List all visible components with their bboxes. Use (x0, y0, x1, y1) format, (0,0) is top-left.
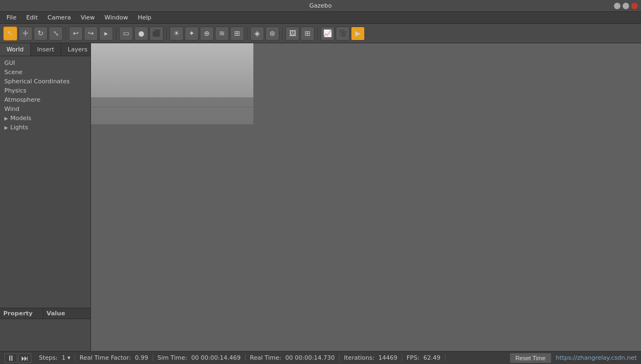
sim-time-value: 00 00:00:14.469 (191, 354, 240, 361)
tree-item-atmosphere-label: Atmosphere (4, 96, 41, 103)
show-joints-button[interactable]: ⊛ (265, 27, 279, 41)
real-time-value: 00 00:00:14.730 (285, 354, 335, 361)
url-display: https://zhangrelay.csdn.net (556, 354, 637, 361)
screenshot-button[interactable]: 🖼 (285, 27, 299, 41)
show-contacts-button[interactable]: ◈ (250, 27, 264, 41)
dir-light-button[interactable]: ⊕ (200, 27, 214, 41)
fog-button[interactable]: ≋ (215, 27, 229, 41)
iterations-label: Iterations: (344, 354, 374, 361)
steps-dropdown[interactable]: ▾ (67, 354, 70, 361)
graph-button[interactable]: 📈 (320, 27, 335, 41)
menu-window[interactable]: Window (100, 13, 132, 22)
menu-help[interactable]: Help (133, 13, 155, 22)
tree-item-physics-label: Physics (4, 87, 27, 94)
translate-tool-button[interactable]: ✛ (18, 27, 32, 41)
rotate-tool-button[interactable]: ↻ (34, 27, 48, 41)
rtf-display: Real Time Factor: 0.99 (75, 354, 153, 361)
tree-item-lights-label: Lights (10, 124, 28, 131)
separator-6 (317, 28, 318, 39)
titlebar: Gazebo (0, 0, 641, 12)
tree-item-models[interactable]: ▶ Models (0, 114, 90, 123)
real-time-display: Real Time: 00 00:00:14.730 (246, 354, 340, 361)
tree-item-atmosphere[interactable]: Atmosphere (0, 95, 90, 104)
lights-arrow-icon: ▶ (4, 125, 8, 130)
pause-button[interactable]: ⏸ (4, 353, 17, 363)
menu-edit[interactable]: Edit (22, 13, 42, 22)
titlebar-title: Gazebo (309, 2, 332, 9)
separator-5 (282, 28, 283, 39)
menu-view[interactable]: View (76, 13, 99, 22)
undo-button[interactable]: ↩ (69, 27, 83, 41)
iterations-value: 14469 (378, 354, 397, 361)
viewport[interactable] (91, 43, 641, 351)
sim-time-label: Sim Time: (158, 354, 187, 361)
tree-item-physics[interactable]: Physics (0, 86, 90, 95)
property-col-label: Property (0, 308, 43, 319)
insert-sphere-button[interactable]: ● (134, 27, 148, 41)
insert-box-button[interactable]: ▭ (119, 27, 133, 41)
maximize-button[interactable] (623, 3, 629, 9)
separator-2 (116, 28, 116, 39)
world-tree: GUI Scene Spherical Coordinates Physics … (0, 56, 90, 308)
tree-item-wind-label: Wind (4, 105, 19, 112)
scale-tool-button[interactable]: ⤡ (49, 27, 63, 41)
fps-display: FPS: 62.49 (402, 354, 446, 361)
redo-arrow-button[interactable]: ▸ (99, 27, 113, 41)
tab-layers[interactable]: Layers (61, 43, 94, 56)
sim-time-display: Sim Time: 00 00:00:14.469 (153, 354, 246, 361)
main-layout: World Insert Layers GUI Scene Spherical … (0, 43, 641, 351)
left-panel: World Insert Layers GUI Scene Spherical … (0, 43, 91, 351)
camera-button[interactable]: 🎥 (336, 27, 350, 41)
close-button[interactable] (631, 3, 638, 9)
tree-item-scene[interactable]: Scene (0, 68, 90, 77)
layers-button[interactable]: ⊞ (300, 27, 315, 41)
menubar: File Edit Camera View Window Help (0, 12, 641, 24)
reset-time-button[interactable]: Reset Time (509, 353, 552, 363)
steps-value: 1 (62, 354, 66, 361)
tree-item-gui-label: GUI (4, 59, 15, 67)
select-tool-button[interactable]: ↖ (3, 27, 17, 41)
steps-display: Steps: 1 ▾ (35, 354, 75, 361)
toolbar: ↖ ✛ ↻ ⤡ ↩ ↪ ▸ ▭ ● ⬛ ☀ ✦ ⊕ ≋ ⊞ ◈ ⊛ 🖼 ⊞ 📈 … (0, 24, 641, 43)
separator-3 (166, 28, 167, 39)
window-controls (614, 3, 638, 9)
tree-item-gui[interactable]: GUI (0, 58, 90, 68)
tree-item-lights[interactable]: ▶ Lights (0, 123, 90, 132)
scene-viewport (91, 43, 253, 124)
menu-file[interactable]: File (2, 13, 21, 22)
menu-camera[interactable]: Camera (43, 13, 75, 22)
minimize-button[interactable] (614, 3, 620, 9)
panel-tabs: World Insert Layers (0, 43, 90, 56)
tree-item-scene-label: Scene (4, 69, 23, 76)
real-time-label: Real Time: (250, 354, 282, 361)
fps-label: FPS: (407, 354, 420, 361)
separator-4 (247, 28, 247, 39)
models-arrow-icon: ▶ (4, 116, 8, 121)
property-header: Property Value (0, 308, 90, 319)
tab-insert[interactable]: Insert (31, 43, 62, 56)
wire-button[interactable]: ⊞ (230, 27, 244, 41)
insert-cylinder-button[interactable]: ⬛ (149, 27, 163, 41)
sun-light-button[interactable]: ☀ (169, 27, 184, 41)
separator-1 (66, 28, 66, 39)
spot-light-button[interactable]: ✦ (185, 27, 199, 41)
tree-item-models-label: Models (10, 115, 31, 122)
steps-label: Steps: (39, 354, 57, 361)
step-button[interactable]: ⏭ (18, 353, 31, 363)
record-button[interactable]: ▶ (351, 27, 365, 41)
value-col-label: Value (43, 308, 68, 319)
redo-button[interactable]: ↪ (84, 27, 98, 41)
svg-rect-1 (91, 97, 253, 124)
iterations-display: Iterations: 14469 (339, 354, 402, 361)
tree-item-spherical-coords[interactable]: Spherical Coordinates (0, 77, 90, 86)
rtf-label: Real Time Factor: (80, 354, 131, 361)
statusbar: ⏸ ⏭ Steps: 1 ▾ Real Time Factor: 0.99 Si… (0, 351, 641, 364)
tab-world[interactable]: World (0, 43, 31, 56)
fps-value: 62.49 (423, 354, 441, 361)
rtf-value: 0.99 (135, 354, 148, 361)
tree-item-spherical-label: Spherical Coordinates (4, 78, 70, 85)
property-panel: Property Value (0, 308, 90, 351)
tree-item-wind[interactable]: Wind (0, 104, 90, 114)
